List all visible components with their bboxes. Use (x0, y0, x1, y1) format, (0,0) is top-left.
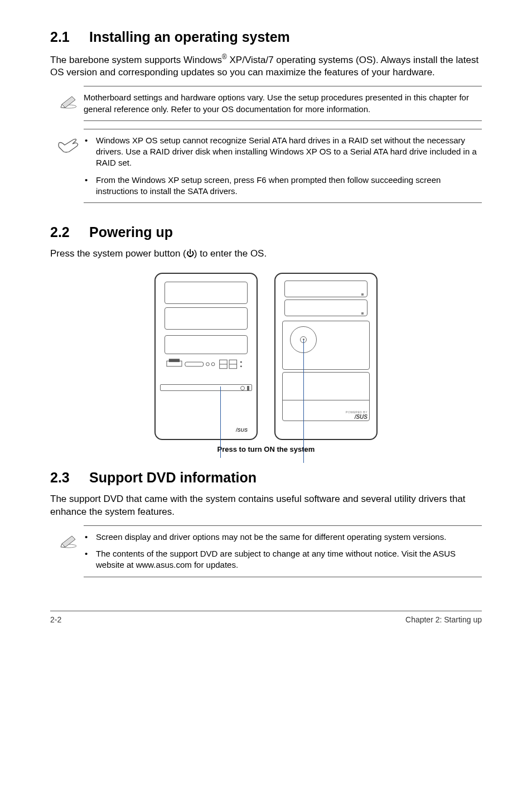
asus-logo-2: /SUS (355, 413, 367, 421)
figure-row: /SUS POWERED BY /SUS (50, 273, 482, 440)
tower-front-1: /SUS (154, 273, 258, 440)
section-2-1-title: Installing an operating system (89, 29, 290, 45)
note-block-pencil-1: Motherboard settings and hardware option… (84, 86, 482, 121)
note-2-item-2: From the Windows XP setup screen, press … (96, 175, 482, 197)
pencil-icon (53, 532, 84, 548)
figure-caption: Press to turn ON the system (50, 445, 482, 455)
section-2-1-body: The barebone system supports Windows® XP… (50, 52, 482, 80)
note-1-text: Motherboard settings and hardware option… (84, 92, 482, 115)
note-3-item-2: The contents of the support DVD are subj… (96, 548, 482, 571)
note-2-item-1: Windows XP OS setup cannot recognize Ser… (96, 135, 482, 169)
svg-rect-4 (185, 362, 204, 366)
section-2-1-heading: 2.1Installing an operating system (50, 28, 482, 47)
body-text-pre: The barebone system supports Windows (50, 54, 222, 65)
asus-logo-1: /SUS (236, 427, 248, 433)
svg-rect-3 (169, 359, 180, 362)
section-2-3-heading: 2.3Support DVD information (50, 468, 482, 487)
section-2-2-title: Powering up (89, 224, 173, 240)
registered-mark: ® (222, 53, 227, 61)
section-2-2-heading: 2.2Powering up (50, 223, 482, 242)
section-2-3-number: 2.3 (50, 468, 89, 487)
powerup-post: ) to enter the OS. (194, 248, 267, 259)
powerup-pre: Press the system power button ( (50, 248, 186, 259)
svg-point-6 (211, 363, 215, 366)
svg-point-12 (240, 365, 242, 367)
section-2-2-body: Press the system power button (⏻) to ent… (50, 248, 482, 260)
section-2-3-body: The support DVD that came with the syste… (50, 493, 482, 519)
footer-page-number: 2-2 (50, 615, 61, 625)
note-3-list: Screen display and driver options may no… (84, 532, 482, 571)
power-icon: ⏻ (186, 248, 194, 259)
note-3-item-1: Screen display and driver options may no… (96, 532, 482, 543)
svg-point-11 (240, 361, 242, 363)
note-block-pencil-2: Screen display and driver options may no… (84, 525, 482, 577)
callout-line-1 (220, 386, 221, 458)
svg-point-5 (206, 363, 210, 366)
page-footer: 2-2 Chapter 2: Starting up (50, 611, 482, 625)
footer-chapter: Chapter 2: Starting up (405, 615, 482, 625)
hand-icon (53, 135, 84, 154)
note-2-list: Windows XP OS setup cannot recognize Ser… (84, 135, 482, 197)
tower-front-2: POWERED BY /SUS (274, 273, 378, 440)
note-block-hand: Windows XP OS setup cannot recognize Ser… (84, 129, 482, 203)
callout-line-2 (303, 340, 304, 463)
section-2-1-number: 2.1 (50, 28, 89, 47)
pencil-icon (53, 92, 84, 109)
section-2-3-title: Support DVD information (89, 470, 257, 485)
section-2-2-number: 2.2 (50, 223, 89, 242)
